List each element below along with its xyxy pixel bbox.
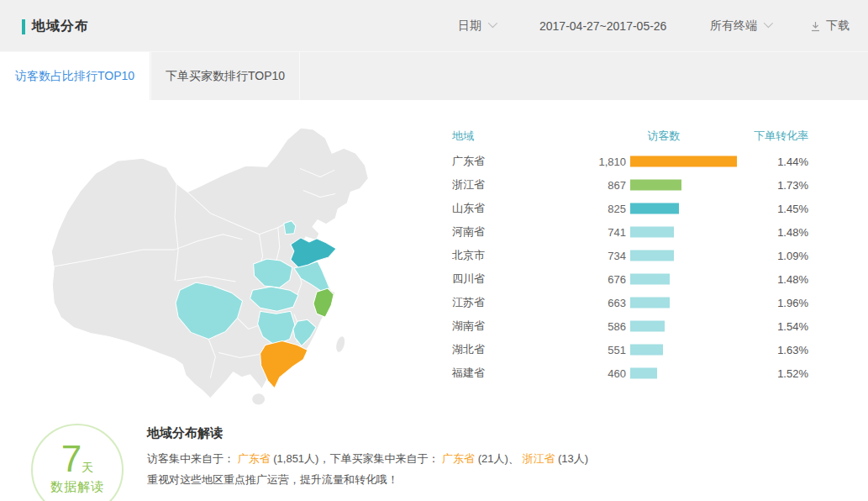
download-button[interactable]: 下载 bbox=[809, 0, 850, 52]
badge-number: 7 bbox=[61, 438, 82, 479]
table-row: 山东省 825 1.45% bbox=[445, 197, 808, 220]
conversion-rate: 1.52% bbox=[741, 367, 808, 380]
summary-text: (13人) bbox=[555, 452, 588, 465]
region-name: 湖南省 bbox=[452, 319, 485, 334]
conversion-rate: 1.44% bbox=[741, 156, 808, 168]
ranking-table: 地域 访客数 下单转化率 广东省 1,810 1.44% 浙江省 867 1.7… bbox=[445, 123, 808, 385]
map-region-taiwan bbox=[334, 335, 347, 353]
map-region-hainan bbox=[252, 393, 266, 405]
visitor-count: 676 bbox=[517, 273, 626, 286]
conversion-rate: 1.45% bbox=[741, 203, 808, 215]
region-name: 河南省 bbox=[452, 224, 485, 240]
page-title-wrap: 地域分布 bbox=[22, 18, 89, 35]
terminal-dropdown[interactable]: 所有终端 bbox=[710, 0, 771, 52]
conversion-rate: 1.48% bbox=[741, 273, 808, 286]
visitor-bar bbox=[630, 156, 737, 167]
map-region-shandong[interactable] bbox=[291, 238, 336, 267]
summary-text: (1,851人)，下单买家集中来自于： bbox=[271, 452, 442, 465]
tab-visitor-ranking[interactable]: 访客数占比排行TOP10 bbox=[0, 52, 150, 100]
visitor-count: 663 bbox=[517, 297, 626, 309]
visitor-count: 551 bbox=[517, 344, 626, 356]
visitor-count: 741 bbox=[517, 226, 626, 239]
title-accent-bar bbox=[22, 19, 25, 34]
region-name: 四川省 bbox=[452, 272, 485, 287]
page-title: 地域分布 bbox=[32, 18, 89, 35]
tab-buyer-ranking[interactable]: 下单买家数排行TOP10 bbox=[150, 52, 300, 100]
visitor-bar bbox=[630, 274, 670, 285]
summary-text-block: 地域分布解读 访客集中来自于： 广东省 (1,851人)，下单买家集中来自于： … bbox=[147, 425, 588, 490]
header-region: 地域 bbox=[452, 129, 474, 144]
province-link[interactable]: 广东省 bbox=[442, 452, 475, 465]
seven-day-badge: 7天 数据解读 bbox=[31, 424, 124, 501]
table-row: 四川省 676 1.48% bbox=[445, 267, 808, 291]
date-dropdown[interactable]: 日期 bbox=[458, 0, 495, 52]
map-region-guangdong[interactable] bbox=[260, 340, 308, 388]
table-row: 江苏省 663 1.96% bbox=[445, 291, 808, 314]
region-distribution-panel: 地域分布 日期 2017-04-27~2017-05-26 所有终端 下载 访客… bbox=[0, 0, 868, 501]
visitor-bar bbox=[630, 298, 670, 309]
table-body: 广东省 1,810 1.44% 浙江省 867 1.73% 山东省 825 1.… bbox=[445, 150, 808, 385]
visitor-bar bbox=[630, 321, 665, 332]
table-row: 北京市 734 1.09% bbox=[445, 244, 808, 267]
visitor-count: 1,810 bbox=[517, 156, 626, 168]
conversion-rate: 1.09% bbox=[741, 250, 808, 262]
china-map bbox=[49, 116, 427, 419]
table-row: 浙江省 867 1.73% bbox=[445, 173, 808, 197]
visitor-count: 586 bbox=[517, 320, 626, 333]
table-row: 福建省 460 1.52% bbox=[445, 361, 808, 385]
tab-strip: 访客数占比排行TOP10 下单买家数排行TOP10 bbox=[0, 52, 868, 100]
conversion-rate: 1.54% bbox=[741, 320, 808, 333]
conversion-rate: 1.96% bbox=[741, 297, 808, 309]
badge-unit: 天 bbox=[82, 461, 93, 474]
visitor-bar bbox=[630, 250, 674, 261]
download-icon bbox=[809, 20, 822, 33]
conversion-rate: 1.48% bbox=[741, 226, 808, 239]
header-bar: 地域分布 日期 2017-04-27~2017-05-26 所有终端 下载 bbox=[0, 0, 868, 52]
summary-text: 访客集中来自于： bbox=[147, 452, 238, 465]
map-region-zhejiang[interactable] bbox=[313, 288, 334, 317]
table-row: 湖北省 551 1.63% bbox=[445, 338, 808, 361]
summary-line-2: 重视对这些地区重点推广运营，提升流量和转化哦！ bbox=[147, 469, 588, 490]
province-link[interactable]: 浙江省 bbox=[522, 452, 555, 465]
visitor-bar bbox=[630, 203, 679, 214]
badge-caption: 数据解读 bbox=[50, 479, 104, 495]
visitor-bar bbox=[630, 345, 663, 356]
conversion-rate: 1.73% bbox=[741, 179, 808, 192]
chevron-down-icon bbox=[488, 18, 497, 28]
visitor-bar bbox=[630, 227, 674, 238]
region-name: 江苏省 bbox=[452, 295, 485, 310]
table-header-row: 地域 访客数 下单转化率 bbox=[445, 123, 808, 150]
table-row: 湖南省 586 1.54% bbox=[445, 314, 808, 338]
region-name: 湖北省 bbox=[452, 342, 485, 357]
map-base-landmass bbox=[51, 128, 368, 398]
visitor-count: 867 bbox=[517, 179, 626, 192]
visitor-count: 734 bbox=[517, 250, 626, 262]
date-range-picker[interactable]: 2017-04-27~2017-05-26 bbox=[539, 0, 666, 52]
region-name: 北京市 bbox=[452, 248, 485, 263]
visitor-bar bbox=[630, 180, 681, 191]
visitor-count: 825 bbox=[517, 203, 626, 215]
region-name: 山东省 bbox=[452, 201, 485, 216]
visitor-count: 460 bbox=[517, 367, 626, 380]
table-row: 河南省 741 1.48% bbox=[445, 220, 808, 244]
visitor-bar bbox=[630, 368, 657, 379]
header-visitors: 访客数 bbox=[609, 129, 718, 144]
summary-section: 7天 数据解读 地域分布解读 访客集中来自于： 广东省 (1,851人)，下单买… bbox=[0, 419, 868, 501]
chevron-down-icon bbox=[764, 18, 773, 28]
header-conversion: 下单转化率 bbox=[724, 129, 808, 144]
region-name: 福建省 bbox=[452, 366, 485, 381]
summary-text: (21人)、 bbox=[475, 452, 522, 465]
region-name: 广东省 bbox=[452, 154, 485, 169]
province-link[interactable]: 广东省 bbox=[238, 452, 271, 465]
summary-heading: 地域分布解读 bbox=[147, 425, 588, 441]
summary-line-1: 访客集中来自于： 广东省 (1,851人)，下单买家集中来自于： 广东省 (21… bbox=[147, 448, 588, 469]
conversion-rate: 1.63% bbox=[741, 344, 808, 356]
table-row: 广东省 1,810 1.44% bbox=[445, 150, 808, 173]
region-name: 浙江省 bbox=[452, 177, 485, 192]
